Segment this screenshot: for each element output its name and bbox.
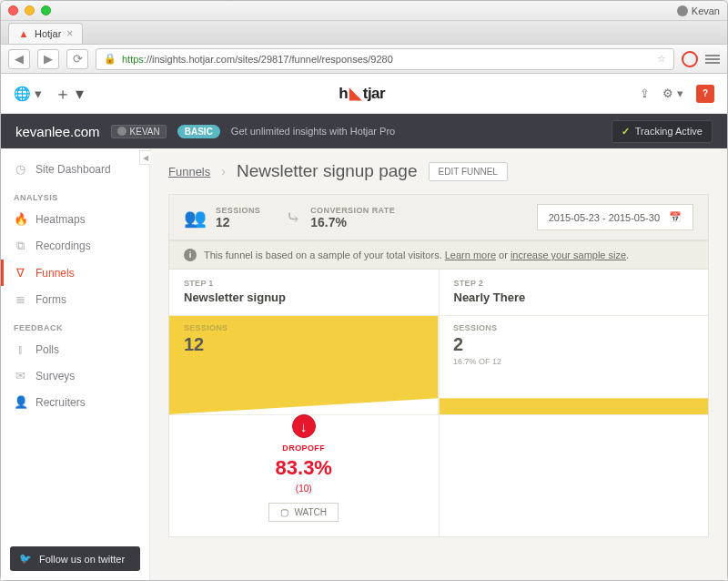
hotjar-logo[interactable]: h◣tjar <box>339 84 385 103</box>
user-role-badge: KEVAN <box>111 125 167 138</box>
sidebar-item-label: Forms <box>35 293 66 306</box>
camera-icon: ▢ <box>280 507 288 517</box>
lock-icon: 🔒 <box>104 53 116 65</box>
plan-badge: BASIC <box>177 125 220 138</box>
sidebar-section-header: FEEDBACK <box>1 312 149 336</box>
address-bar[interactable]: 🔒 https://insights.hotjar.com/sites/2981… <box>96 48 674 70</box>
polls-icon: ⫿ <box>14 342 26 356</box>
sidebar-item-surveys[interactable]: ✉ Surveys <box>1 362 149 389</box>
recordings-icon: ⧉ <box>14 239 26 253</box>
browser-tab[interactable]: ▲ Hotjar × <box>8 23 83 44</box>
notifications-button[interactable]: ? <box>696 85 714 103</box>
info-strip: i This funnel is based on a sample of yo… <box>169 240 708 270</box>
sidebar: ◀ ◷ Site Dashboard ANALYSIS 🔥 Heatmaps ⧉… <box>1 148 150 580</box>
chevron-right-icon: › <box>221 164 226 178</box>
site-bar: kevanlee.com KEVAN BASIC Get unlimited i… <box>1 114 727 148</box>
stat-sessions: 👥 SESSIONS 12 <box>184 206 260 229</box>
funnel-step-2: STEP 2 Nearly There <box>440 270 709 315</box>
profile-name: Kevan <box>692 5 720 16</box>
sidebar-item-label: Heatmaps <box>35 213 86 226</box>
sidebar-item-forms[interactable]: ≣ Forms <box>1 286 149 312</box>
sessions-step-1: SESSIONS 12 <box>169 316 439 414</box>
page-title: Newsletter signup page <box>237 161 418 181</box>
breadcrumb-root[interactable]: Funnels <box>168 165 210 178</box>
learn-more-link[interactable]: Learn more <box>445 250 496 260</box>
twitter-icon: 🐦 <box>19 553 32 565</box>
funnel-panel: 👥 SESSIONS 12 ⤷ CONVERSION RATE 16.7% <box>168 194 709 537</box>
main-content: Funnels › Newsletter signup page EDIT FU… <box>150 148 727 580</box>
sidebar-item-recordings[interactable]: ⧉ Recordings <box>1 232 149 260</box>
sidebar-collapse-button[interactable]: ◀ <box>139 150 150 165</box>
hotjar-favicon-icon: ▲ <box>18 28 29 39</box>
sidebar-item-label: Surveys <box>35 370 75 382</box>
tab-close-icon[interactable]: × <box>66 27 73 40</box>
sidebar-item-funnels[interactable]: ∇ Funnels <box>1 260 149 286</box>
upsell-link[interactable]: Get unlimited insights with Hotjar Pro <box>231 126 395 137</box>
browser-toolbar: ◀ ▶ ⟳ 🔒 https://insights.hotjar.com/site… <box>1 45 727 74</box>
watch-button[interactable]: ▢ WATCH <box>268 503 339 522</box>
sessions-icon: 👥 <box>184 207 207 229</box>
profile-avatar-icon <box>677 5 688 16</box>
window-close-button[interactable] <box>8 5 18 15</box>
url-scheme: https <box>122 54 144 65</box>
heatmap-icon: 🔥 <box>14 212 26 226</box>
sidebar-item-recruiters[interactable]: 👤 Recruiters <box>1 389 149 415</box>
funnel-chart: SESSIONS 12 SESSIONS 2 16.7% OF 12 <box>169 315 708 415</box>
sidebar-item-label: Polls <box>35 343 59 356</box>
funnel-step-1: STEP 1 Newsletter signup <box>169 270 440 315</box>
sidebar-item-label: Recruiters <box>35 396 86 409</box>
check-icon: ✓ <box>622 126 630 138</box>
twitter-follow-button[interactable]: 🐦 Follow us on twitter <box>10 546 140 571</box>
sidebar-item-label: Recordings <box>35 240 91 252</box>
window-zoom-button[interactable] <box>41 5 51 15</box>
sidebar-section-header: ANALYSIS <box>1 182 149 206</box>
window-minimize-button[interactable] <box>25 5 35 15</box>
sidebar-item-dashboard[interactable]: ◷ Site Dashboard <box>1 156 149 182</box>
calendar-icon: 📅 <box>669 211 682 223</box>
forms-icon: ≣ <box>14 292 26 306</box>
dashboard-icon: ◷ <box>14 162 26 176</box>
edit-funnel-button[interactable]: EDIT FUNNEL <box>429 162 508 181</box>
hotjar-topbar: 🌐 ▾ ＋ ▾ h◣tjar ⇪ ⚙ ▾ ? <box>1 74 727 114</box>
bookmark-star-icon[interactable]: ☆ <box>657 53 666 65</box>
add-site-button[interactable]: ＋ ▾ <box>55 83 84 105</box>
export-icon[interactable]: ⇪ <box>640 87 650 100</box>
sidebar-item-heatmaps[interactable]: 🔥 Heatmaps <box>1 206 149 232</box>
site-domain[interactable]: kevanlee.com <box>15 124 100 139</box>
dropoff-step-2 <box>440 415 709 536</box>
info-icon: i <box>184 249 197 261</box>
funnel-icon: ∇ <box>14 266 26 280</box>
settings-gear-icon[interactable]: ⚙ ▾ <box>662 87 683 100</box>
browser-brand-icon[interactable] <box>682 51 698 67</box>
forward-button[interactable]: ▶ <box>37 49 59 69</box>
sidebar-item-polls[interactable]: ⫿ Polls <box>1 336 149 362</box>
browser-tab-title: Hotjar <box>35 28 61 39</box>
window-titlebar: Kevan <box>1 1 727 21</box>
browser-tabstrip: ▲ Hotjar × <box>1 21 727 45</box>
date-range-picker[interactable]: 2015-05-23 - 2015-05-30 📅 <box>537 204 693 230</box>
surveys-icon: ✉ <box>14 369 26 382</box>
recruiters-icon: 👤 <box>14 395 26 409</box>
dropoff-step-1: ↓ DROPOFF 83.3% (10) ▢ WATCH <box>169 415 440 536</box>
language-button[interactable]: 🌐 ▾ <box>14 86 42 102</box>
sessions-step-2: SESSIONS 2 16.7% OF 12 <box>439 316 708 414</box>
browser-menu-button[interactable] <box>705 55 720 64</box>
increase-sample-link[interactable]: increase your sample size <box>511 250 626 260</box>
back-button[interactable]: ◀ <box>8 49 30 69</box>
conversion-icon: ⤷ <box>286 207 301 229</box>
reload-button[interactable]: ⟳ <box>66 49 88 69</box>
dropoff-count: (10) <box>296 484 312 494</box>
tracking-status: ✓ Tracking Active <box>612 120 713 143</box>
sidebar-item-label: Funnels <box>35 267 75 280</box>
dropoff-arrow-icon: ↓ <box>292 414 316 438</box>
stat-conversion: ⤷ CONVERSION RATE 16.7% <box>286 206 395 229</box>
user-icon <box>117 127 126 136</box>
sidebar-item-label: Site Dashboard <box>35 163 111 176</box>
flame-icon: ◣ <box>349 84 361 103</box>
dropoff-percent: 83.3% <box>276 456 332 480</box>
url-text: ://insights.hotjar.com/sites/29817/funne… <box>144 54 393 65</box>
